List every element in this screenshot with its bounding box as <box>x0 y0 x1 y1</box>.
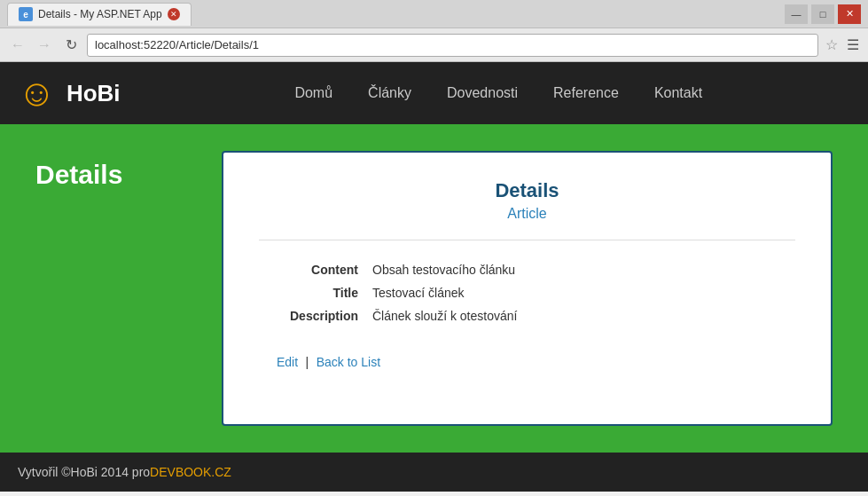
field-label-content: Content <box>259 258 365 281</box>
table-row: Title Testovací článek <box>259 281 795 304</box>
address-input[interactable] <box>87 34 818 57</box>
bookmark-icon[interactable]: ☆ <box>824 35 840 55</box>
edit-link[interactable]: Edit <box>277 355 298 369</box>
field-value-title: Testovací článek <box>365 281 795 304</box>
footer-text: Vytvořil ©HoBi 2014 pro <box>18 465 150 479</box>
card-divider <box>259 240 795 240</box>
website: ☺ HoBi Domů Články Dovednosti Reference … <box>0 62 868 492</box>
nav-link-domu[interactable]: Domů <box>294 85 332 101</box>
footer: Vytvořil ©HoBi 2014 pro DEVBOOK.CZ <box>0 453 868 492</box>
table-row: Content Obsah testovacího článku <box>259 258 795 281</box>
back-button[interactable]: ← <box>7 35 28 56</box>
footer-link[interactable]: DEVBOOK.CZ <box>150 465 231 479</box>
field-value-content: Obsah testovacího článku <box>365 258 795 281</box>
card-subtitle: Article <box>259 206 795 222</box>
action-separator: | <box>306 355 309 369</box>
field-label-title: Title <box>259 281 365 304</box>
brand-name: HoBi <box>66 80 121 107</box>
content-card: Details Article Content Obsah testovacíh… <box>222 151 833 426</box>
tab-icon: e <box>19 7 33 21</box>
minimize-button[interactable]: — <box>785 4 808 24</box>
user-avatar-icon: ☺ <box>18 75 56 112</box>
navbar: ☺ HoBi Domů Články Dovednosti Reference … <box>0 62 868 124</box>
nav-links: Domů Články Dovednosti Reference Kontakt <box>147 85 850 101</box>
window-controls: — □ ✕ <box>785 4 861 24</box>
nav-link-reference[interactable]: Reference <box>553 85 619 101</box>
nav-link-dovednosti[interactable]: Dovednosti <box>447 85 518 101</box>
back-to-list-link[interactable]: Back to List <box>317 355 380 369</box>
forward-button[interactable]: → <box>34 35 55 56</box>
sidebar-heading: Details <box>35 151 195 426</box>
menu-icon[interactable]: ☰ <box>845 35 861 55</box>
table-row: Description Článek slouží k otestování <box>259 304 795 327</box>
address-bar-row: ← → ↻ ☆ ☰ <box>0 28 868 62</box>
tab-close-button[interactable]: ✕ <box>168 8 180 20</box>
detail-table: Content Obsah testovacího článku Title T… <box>259 258 795 327</box>
nav-link-clanky[interactable]: Články <box>368 85 411 101</box>
logo-area: ☺ HoBi <box>18 75 121 112</box>
card-actions: Edit | Back to List <box>259 345 795 370</box>
maximize-button[interactable]: □ <box>811 4 834 24</box>
field-value-description: Článek slouží k otestování <box>365 304 795 327</box>
card-title: Details <box>259 179 795 202</box>
tab-title: Details - My ASP.NET App <box>38 8 162 20</box>
refresh-button[interactable]: ↻ <box>60 35 82 56</box>
close-button[interactable]: ✕ <box>838 4 861 24</box>
field-label-description: Description <box>259 304 365 327</box>
main-content: Details Details Article Content Obsah te… <box>0 124 868 453</box>
browser-tab[interactable]: e Details - My ASP.NET App ✕ <box>7 3 192 26</box>
nav-link-kontakt[interactable]: Kontakt <box>654 85 702 101</box>
